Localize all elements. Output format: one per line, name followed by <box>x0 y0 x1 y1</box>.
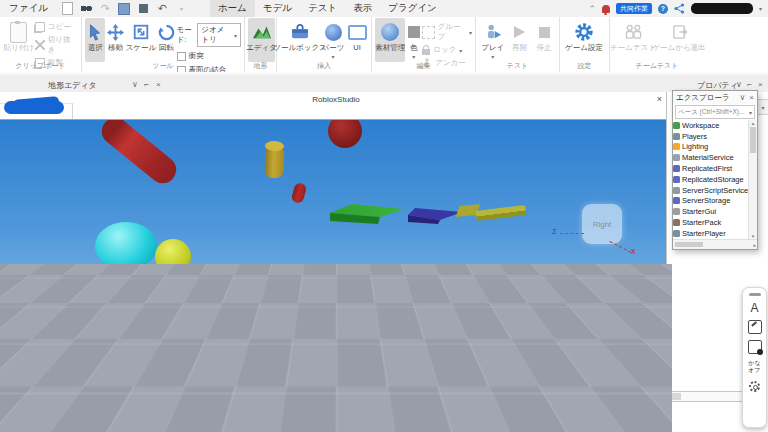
shadow <box>74 302 112 317</box>
help-icon[interactable]: ? <box>658 4 668 14</box>
scale-tool-button[interactable]: スケール <box>126 18 157 62</box>
explorer-item-Lighting[interactable]: Lighting <box>673 142 749 153</box>
play-button[interactable]: プレイ ▾ <box>479 18 507 62</box>
scale-icon <box>132 23 150 41</box>
rotate-tool-button[interactable]: 回転 <box>156 18 176 62</box>
scrollbar-thumb[interactable] <box>750 127 756 153</box>
quick-access-toolbar: ↷ ↶ ▾ <box>61 2 188 15</box>
explorer-item-Workspace[interactable]: Workspace <box>673 120 749 131</box>
collisions-checkbox[interactable] <box>177 52 186 61</box>
collaborate-button[interactable]: 共同作業 <box>616 3 652 14</box>
stop-button[interactable]: 停止 <box>532 18 556 62</box>
ime-kana-toggle[interactable]: かなオフ <box>748 360 760 375</box>
explorer-item-Players[interactable]: Players <box>673 131 749 142</box>
copy-button[interactable]: コピー <box>35 22 78 32</box>
part-sphere-icon <box>325 24 342 41</box>
explorer-item-MaterialService[interactable]: MaterialService <box>673 152 749 163</box>
move-tool-button[interactable]: 移動 <box>105 18 125 62</box>
menu-tab-モデル[interactable]: モデル <box>255 0 300 17</box>
explorer-close-icon[interactable]: × <box>749 93 754 102</box>
explorer-item-ReplicatedStorage[interactable]: ReplicatedStorage <box>673 174 749 185</box>
explorer-search-input[interactable]: ペース (Ctrl+Shift+X)... ▾ <box>675 105 755 119</box>
scrollbar-thumb[interactable] <box>675 242 703 247</box>
file-menu[interactable]: ファイル <box>0 0 57 17</box>
terrain-editor-button[interactable]: エディタ <box>248 18 275 62</box>
scrollbar-thumb[interactable] <box>672 393 681 400</box>
terrain-panel-chevron-icon[interactable]: ∨ <box>132 80 138 89</box>
material-manager-button[interactable]: 素材管理 <box>375 18 405 62</box>
group-edit: 素材管理 色 ▾ グループ▾ ロック▾ アンカー 編集 <box>372 17 476 72</box>
game-settings-button[interactable]: ゲーム設定 <box>563 18 605 62</box>
part-olive-bar[interactable] <box>476 205 527 221</box>
explorer-item-ReplicatedFirst[interactable]: ReplicatedFirst <box>673 163 749 174</box>
properties-panel-float-icon[interactable]: ⌐ <box>747 80 752 89</box>
explorer-horizontal-scrollbar[interactable]: ▸ <box>673 239 757 249</box>
ime-input-mode-button[interactable]: A <box>750 302 758 314</box>
terrain-panel-close-icon[interactable]: × <box>156 80 161 89</box>
part-white-sphere[interactable] <box>263 313 290 340</box>
team-test-button[interactable]: チームテスト <box>613 18 653 62</box>
toolbox-button[interactable]: ツールボックス <box>280 18 320 62</box>
collisions-checkbox-row[interactable]: 衝突 <box>177 51 241 61</box>
ui-button[interactable]: UI <box>346 18 368 62</box>
part-dark-red-sphere[interactable] <box>328 119 362 148</box>
explorer-item-StarterPlayer[interactable]: StarterPlayer <box>673 228 749 239</box>
play-caret-icon: ▾ <box>491 53 494 60</box>
menu-tab-プラグイン[interactable]: プラグイン <box>380 0 445 17</box>
part-yellowgreen-sphere[interactable] <box>155 239 191 274</box>
terrain-panel-float-icon[interactable]: ⌐ <box>144 80 149 89</box>
quick-access-caret-icon[interactable]: ▾ <box>175 2 188 15</box>
document-close-icon[interactable]: × <box>657 94 662 104</box>
ime-settings-gear-icon[interactable] <box>749 381 760 392</box>
terrain-editor-panel-tab[interactable]: 地形エディタ <box>48 80 97 91</box>
properties-panel-close-icon[interactable]: × <box>758 80 763 89</box>
account-caret-icon[interactable]: ▾ <box>759 5 762 12</box>
viewport-3d[interactable]: Right Z X <box>0 119 672 432</box>
ime-pad-icon[interactable] <box>748 320 762 334</box>
stop-icon[interactable] <box>137 2 150 15</box>
menu-tab-テスト[interactable]: テスト <box>300 0 345 17</box>
part-cyan-ellipsoid[interactable] <box>95 222 157 270</box>
share-icon[interactable] <box>674 3 685 14</box>
notifications-bell-icon[interactable] <box>602 5 610 13</box>
color-button[interactable]: 色 ▾ <box>405 18 422 62</box>
resume-button[interactable]: 再開 <box>507 18 533 62</box>
lock-button[interactable]: ロック▾ <box>422 45 472 55</box>
group-terrain: エディタ 地形 <box>245 17 277 72</box>
save-icon[interactable] <box>118 2 131 15</box>
paste-button[interactable]: 貼り付け <box>3 18 35 62</box>
select-tool-button[interactable]: 選択 <box>85 18 105 62</box>
ime-dictionary-icon[interactable] <box>748 340 762 354</box>
explorer-item-StarterPack[interactable]: StarterPack <box>673 217 749 228</box>
menu-tab-表示[interactable]: 表示 <box>345 0 380 17</box>
part-dark-navy-sphere[interactable] <box>244 272 271 298</box>
group-button[interactable]: グループ▾ <box>422 22 472 42</box>
leave-game-button[interactable]: ゲームから退出 <box>653 18 705 62</box>
color-swatch-icon <box>408 26 420 38</box>
explorer-chevron-icon[interactable]: ∨ <box>739 93 745 102</box>
part-olive-cylinder-cap[interactable] <box>265 141 284 152</box>
username-redacted[interactable] <box>691 3 753 14</box>
properties-panel-chevron-icon[interactable]: ∨ <box>736 80 742 89</box>
z-axis-line <box>560 233 584 234</box>
explorer-item-ServerStorage[interactable]: ServerStorage <box>673 196 749 207</box>
collapse-ribbon-icon[interactable]: ⌃ <box>588 4 596 14</box>
shadow <box>388 408 496 432</box>
part-button[interactable]: パーツ ▾ <box>320 18 346 62</box>
redo-icon[interactable]: ↷ <box>99 2 112 15</box>
part-brown-sphere[interactable] <box>192 266 219 292</box>
menu-tab-ホーム[interactable]: ホーム <box>210 0 255 17</box>
part-red-cylinder[interactable] <box>96 119 181 189</box>
new-document-icon[interactable] <box>61 2 74 15</box>
part-small-red-cylinder[interactable] <box>290 182 307 205</box>
undo-icon[interactable]: ↶ <box>156 2 169 15</box>
explorer-filter-caret-icon[interactable]: ▾ <box>749 109 752 116</box>
explorer-item-ServerScriptService[interactable]: ServerScriptService <box>673 185 749 196</box>
ime-drag-handle-icon[interactable] <box>749 293 761 296</box>
explorer-item-StarterGui[interactable]: StarterGui <box>673 206 749 217</box>
mode-select[interactable]: ジオメトリ▾ <box>197 23 241 47</box>
view-selector-cube[interactable]: Right <box>582 204 622 244</box>
cut-button[interactable]: 切り抜き <box>35 35 78 55</box>
open-icon[interactable] <box>80 2 93 15</box>
explorer-vertical-scrollbar[interactable]: ▴ ▾ <box>748 120 757 239</box>
